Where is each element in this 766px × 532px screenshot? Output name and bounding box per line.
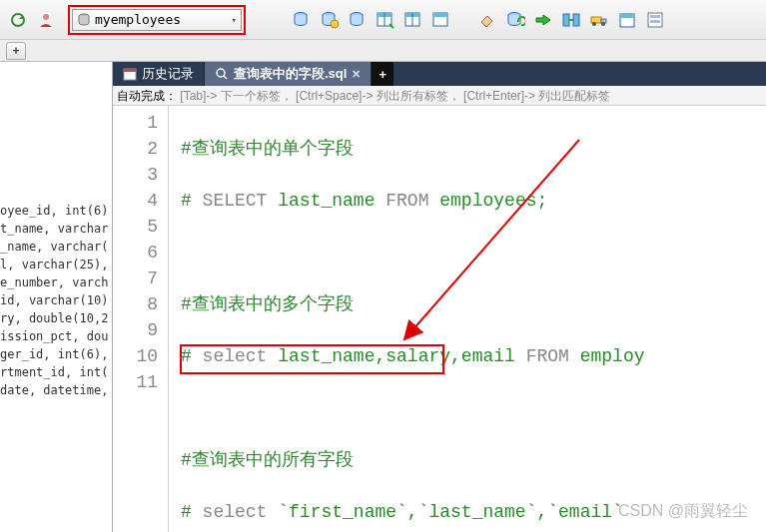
svg-point-29 (217, 69, 225, 77)
db-refresh-icon[interactable] (503, 8, 527, 32)
database-name: myemployees (95, 12, 181, 27)
col-item: oyee_id, int(6) (0, 202, 112, 220)
col-item: ry, double(10,2 (0, 309, 112, 327)
tab-label: 查询表中的字段.sql (234, 65, 347, 83)
svg-rect-16 (563, 14, 569, 26)
hint-ctrlenter: [Ctrl+Enter]-> 列出匹配标签 (463, 89, 610, 103)
truck-icon[interactable] (587, 8, 611, 32)
form-icon[interactable] (643, 8, 667, 32)
editor-tabs: 历史记录 查询表中的字段.sql ✕ + (113, 62, 766, 86)
user-icon[interactable] (34, 8, 58, 32)
compare-icon[interactable] (559, 8, 583, 32)
svg-point-5 (331, 20, 339, 28)
tab-history[interactable]: 历史记录 (113, 62, 205, 86)
db-action-2-icon[interactable] (318, 8, 342, 32)
table-icon[interactable] (374, 8, 397, 32)
line-gutter: 123 456 789 1011 (113, 106, 169, 532)
col-item: t_name, varchar (0, 220, 112, 238)
hints-label: 自动完成： (117, 89, 177, 103)
svg-rect-26 (650, 20, 660, 23)
tab-sql-file[interactable]: 查询表中的字段.sql ✕ (205, 62, 372, 86)
eraser-icon[interactable] (475, 8, 499, 32)
calendar-icon[interactable] (615, 8, 639, 32)
table-2-icon[interactable] (401, 8, 425, 32)
db-action-icon[interactable] (290, 8, 314, 32)
col-item: rtment_id, int( (0, 363, 112, 381)
col-item: ission_pct, dou (0, 327, 112, 345)
col-item: e_number, varch (0, 273, 112, 291)
editor-pane: 历史记录 查询表中的字段.sql ✕ + 自动完成： [Tab]-> 下一个标签… (113, 62, 766, 532)
col-item: date, datetime, (0, 381, 112, 399)
watermark: CSDN @雨翼轻尘 (618, 501, 748, 522)
svg-rect-25 (650, 15, 660, 18)
svg-line-30 (224, 76, 227, 79)
col-item: ger_id, int(6), (0, 345, 112, 363)
svg-point-21 (601, 22, 605, 26)
search-icon (215, 67, 229, 81)
code-content[interactable]: #查询表中的单个字段 # SELECT last_name FROM emplo… (169, 106, 766, 532)
svg-rect-14 (433, 13, 447, 17)
code-editor[interactable]: 123 456 789 1011 #查询表中的单个字段 # SELECT las… (113, 106, 766, 532)
database-icon (77, 13, 91, 27)
col-item: _name, varchar( (0, 238, 112, 256)
svg-rect-17 (573, 14, 579, 26)
svg-rect-18 (591, 17, 601, 23)
run-icon[interactable] (531, 8, 555, 32)
refresh-icon[interactable] (6, 8, 30, 32)
close-icon[interactable]: ✕ (352, 68, 361, 81)
autocomplete-hints: 自动完成： [Tab]-> 下一个标签， [Ctrl+Space]-> 列出所有… (113, 86, 766, 106)
table-3-icon[interactable] (429, 8, 453, 32)
tab-label: 历史记录 (142, 65, 194, 83)
main-toolbar: myemployees ▾ (0, 0, 766, 40)
db-selector-highlight: myemployees ▾ (68, 5, 246, 35)
svg-point-20 (592, 22, 596, 26)
hint-tab: [Tab]-> 下一个标签， (180, 89, 292, 103)
db-action-3-icon[interactable] (346, 8, 370, 32)
columns-sidebar: oyee_id, int(6) t_name, varchar _name, v… (0, 62, 113, 532)
new-tab-button[interactable]: + (6, 42, 26, 60)
calendar-icon (123, 67, 137, 81)
svg-point-1 (43, 14, 49, 20)
database-dropdown[interactable]: myemployees ▾ (72, 9, 242, 31)
col-item: l, varchar(25), (0, 256, 112, 273)
svg-rect-28 (124, 69, 136, 72)
svg-rect-23 (620, 14, 634, 18)
add-tab-button[interactable]: + (372, 62, 393, 86)
hint-ctrlspace: [Ctrl+Space]-> 列出所有标签， (296, 89, 460, 103)
secondary-tab-bar: + (0, 40, 766, 62)
chevron-down-icon: ▾ (232, 15, 237, 25)
col-item: id, varchar(10) (0, 291, 112, 309)
